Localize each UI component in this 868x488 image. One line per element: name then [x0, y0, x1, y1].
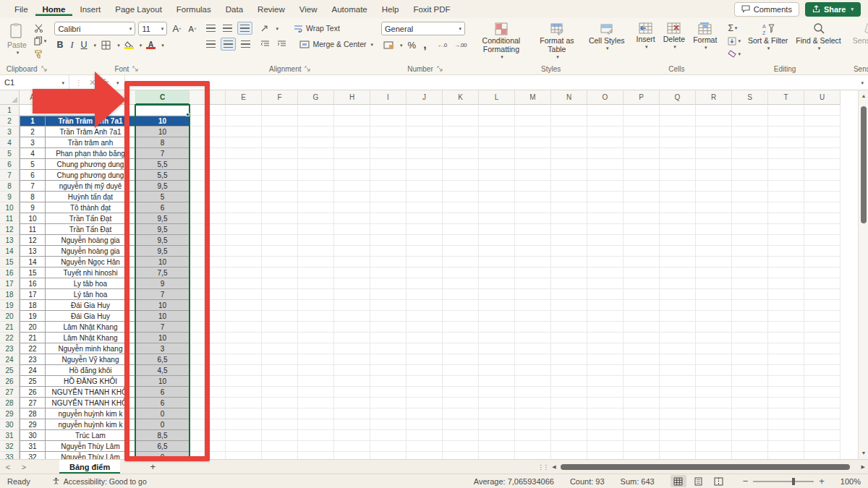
cell-T2[interactable]: [768, 116, 804, 127]
cell-U23[interactable]: [804, 343, 841, 354]
alignment-dialog-launcher-icon[interactable]: [305, 66, 310, 72]
cell-B21[interactable]: Lâm Nhật Khang: [46, 322, 136, 333]
format-cells-button[interactable]: Format▾: [690, 22, 720, 51]
cell-E18[interactable]: [226, 289, 262, 300]
ribbon-tab-foxit-pdf[interactable]: Foxit PDF: [406, 2, 457, 16]
cell-J28[interactable]: [407, 398, 443, 408]
cell-T14[interactable]: [768, 246, 804, 257]
cell-R21[interactable]: [696, 322, 732, 333]
cell-G10[interactable]: [298, 202, 334, 213]
zoom-slider[interactable]: [753, 481, 814, 482]
cell-O30[interactable]: [587, 419, 624, 430]
cell-Q21[interactable]: [660, 322, 696, 333]
align-left-icon[interactable]: [204, 38, 218, 51]
cell-C3[interactable]: 10: [136, 127, 190, 137]
cell-H16[interactable]: [334, 267, 370, 278]
scrollbar-grip-icon[interactable]: ⋮⋮: [537, 463, 548, 471]
cell-D19[interactable]: [190, 300, 226, 311]
cell-M23[interactable]: [515, 343, 551, 354]
cell-F8[interactable]: [262, 181, 298, 192]
cell-R3[interactable]: [696, 127, 732, 137]
cell-S2[interactable]: [732, 116, 768, 127]
cell-C24[interactable]: 6,5: [136, 354, 190, 365]
fill-handle[interactable]: [186, 113, 190, 116]
cell-R9[interactable]: [696, 192, 732, 202]
cell-K18[interactable]: [443, 289, 479, 300]
cell-P14[interactable]: [624, 246, 660, 257]
cell-O3[interactable]: [587, 127, 624, 137]
number-dialog-launcher-icon[interactable]: [437, 66, 443, 72]
cell-O8[interactable]: [587, 181, 624, 192]
row-header-7[interactable]: 7: [0, 170, 20, 181]
cell-E29[interactable]: [226, 408, 262, 419]
cell-I16[interactable]: [370, 267, 407, 278]
cell-F1[interactable]: [262, 105, 298, 116]
cell-T23[interactable]: [768, 343, 804, 354]
cell-U8[interactable]: [804, 181, 841, 192]
cell-N17[interactable]: [551, 278, 587, 289]
column-header-E[interactable]: E: [226, 90, 262, 105]
cell-S7[interactable]: [732, 170, 768, 181]
cell-R27[interactable]: [696, 387, 732, 398]
cell-F15[interactable]: [262, 257, 298, 267]
cell-T21[interactable]: [768, 322, 804, 333]
cell-H14[interactable]: [334, 246, 370, 257]
cell-D32[interactable]: [190, 441, 226, 452]
column-header-H[interactable]: H: [334, 90, 370, 105]
cell-R29[interactable]: [696, 408, 732, 419]
ribbon-tab-formulas[interactable]: Formulas: [169, 2, 218, 16]
cell-R32[interactable]: [696, 441, 732, 452]
cell-I10[interactable]: [370, 202, 407, 213]
cell-Q27[interactable]: [660, 387, 696, 398]
increase-decimal-icon[interactable]: ←.0: [435, 38, 449, 51]
cell-E15[interactable]: [226, 257, 262, 267]
cell-K4[interactable]: [443, 137, 479, 148]
cell-I26[interactable]: [370, 376, 407, 387]
cell-Q8[interactable]: [660, 181, 696, 192]
column-header-A[interactable]: A: [20, 90, 46, 105]
cell-O31[interactable]: [587, 430, 624, 441]
fill-down-icon[interactable]: ▾: [726, 35, 743, 46]
cell-U9[interactable]: [804, 192, 841, 202]
cell-U11[interactable]: [804, 213, 841, 224]
cell-U24[interactable]: [804, 354, 841, 365]
column-header-G[interactable]: G: [298, 90, 334, 105]
cell-U1[interactable]: [804, 105, 841, 116]
cell-G9[interactable]: [298, 192, 334, 202]
cell-K14[interactable]: [443, 246, 479, 257]
cell-G21[interactable]: [298, 322, 334, 333]
cell-A5[interactable]: 4: [20, 148, 46, 159]
cell-A9[interactable]: 8: [20, 192, 46, 202]
cell-R24[interactable]: [696, 354, 732, 365]
cell-D30[interactable]: [190, 419, 226, 430]
cell-M20[interactable]: [515, 311, 551, 322]
cell-H8[interactable]: [334, 181, 370, 192]
cell-E25[interactable]: [226, 365, 262, 376]
cell-R15[interactable]: [696, 257, 732, 267]
cell-G5[interactable]: [298, 148, 334, 159]
row-header-32[interactable]: 32: [0, 441, 20, 452]
cell-O17[interactable]: [587, 278, 624, 289]
ribbon-tab-view[interactable]: View: [292, 2, 325, 16]
cell-U20[interactable]: [804, 311, 841, 322]
cell-C8[interactable]: 9,5: [136, 181, 190, 192]
row-header-28[interactable]: 28: [0, 398, 20, 408]
cell-U12[interactable]: [804, 224, 841, 235]
row-header-22[interactable]: 22: [0, 333, 20, 343]
decrease-indent-icon[interactable]: [258, 38, 272, 51]
cell-C28[interactable]: 6: [136, 398, 190, 408]
cell-D11[interactable]: [190, 213, 226, 224]
cell-K29[interactable]: [443, 408, 479, 419]
cell-E21[interactable]: [226, 322, 262, 333]
cell-U27[interactable]: [804, 387, 841, 398]
cell-H24[interactable]: [334, 354, 370, 365]
cell-K24[interactable]: [443, 354, 479, 365]
cell-S23[interactable]: [732, 343, 768, 354]
cell-A29[interactable]: 28: [20, 408, 46, 419]
cell-L11[interactable]: [479, 213, 515, 224]
column-header-P[interactable]: P: [624, 90, 660, 105]
cell-O10[interactable]: [587, 202, 624, 213]
cell-S27[interactable]: [732, 387, 768, 398]
increase-font-size-button[interactable]: A˄: [170, 22, 183, 35]
cell-P7[interactable]: [624, 170, 660, 181]
